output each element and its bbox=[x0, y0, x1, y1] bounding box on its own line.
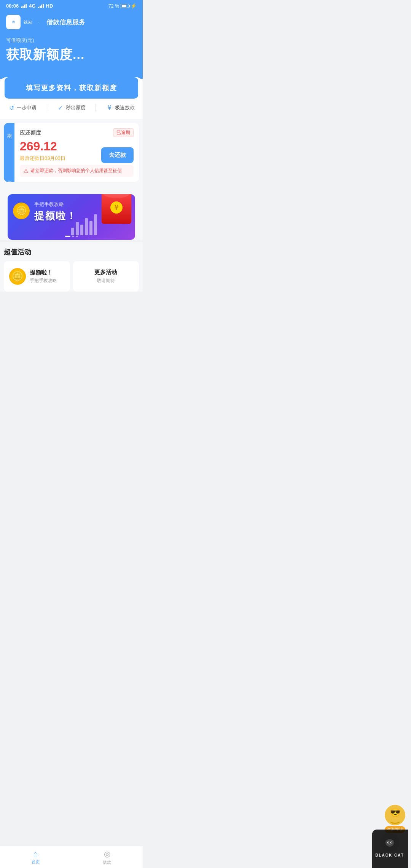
bar-chart-4 bbox=[85, 218, 88, 235]
banner-subtitle: 手把手教攻略 bbox=[34, 201, 77, 208]
banner-coin: 🪙 bbox=[13, 203, 30, 219]
side-label-bottom: 信 bbox=[6, 177, 12, 177]
logo-text: 钱站 bbox=[24, 19, 33, 25]
divider2 bbox=[96, 104, 96, 112]
battery-fill bbox=[122, 5, 126, 7]
app-name: 钱站 bbox=[24, 19, 33, 25]
service-label: 借款信息服务 bbox=[46, 18, 85, 27]
warning-row: ⚠ 请立即还款，否则影响您的个人信用甚至征信 bbox=[20, 165, 134, 177]
banner-title: 提额啦！ bbox=[34, 209, 77, 223]
banner[interactable]: 🪙 手把手教攻略 提额啦！ ¥ bbox=[8, 194, 135, 240]
loan-card-main: 应还额度 已逾期 269.12 最后还款日03月03日 去还款 ⚠ 请立即还款，… bbox=[14, 123, 139, 182]
yuan-icon: ¥ bbox=[106, 104, 113, 111]
feature-fast-label: 极速放款 bbox=[115, 104, 135, 111]
check-icon: ✓ bbox=[57, 104, 64, 111]
activity-more-title: 更多活动 bbox=[94, 269, 117, 276]
dot-3 bbox=[76, 236, 78, 237]
battery-icon bbox=[121, 4, 129, 8]
header: ◎ 钱站 · 借款信息服务 可借额度(元) 获取新额度... bbox=[0, 11, 143, 79]
loan-card-wrapper: 期 信 应还额度 已逾期 269.12 最后还款日03月03日 去还款 ⚠ 请立… bbox=[4, 123, 139, 182]
warning-text: 请立即还款，否则影响您的个人信用甚至征信 bbox=[30, 168, 122, 174]
activity-section: 超值活动 🪙 提额啦！ 手把手教攻略 更多活动 敬请期待 bbox=[0, 242, 143, 292]
main-card: 填写更多资料，获取新额度 ↺ 一步申请 ✓ 秒出额度 ¥ 极速放款 bbox=[0, 77, 143, 119]
loan-section: 期 信 应还额度 已逾期 269.12 最后还款日03月03日 去还款 ⚠ 请立… bbox=[0, 119, 143, 186]
amount-value: 获取新额度... bbox=[6, 46, 137, 64]
network-type: 4G bbox=[29, 3, 35, 9]
bar-chart-3 bbox=[80, 225, 83, 235]
hd-label: HD bbox=[46, 3, 53, 9]
bottom-nav: ⌂ 首页 ◎ 借款 bbox=[0, 846, 143, 868]
bar1 bbox=[21, 6, 22, 8]
sbar1 bbox=[38, 7, 39, 8]
nav-loan-label: 借款 bbox=[103, 860, 111, 865]
activity-more-sub: 敬请期待 bbox=[97, 278, 115, 284]
status-left: 08:06 4G HD bbox=[6, 3, 53, 9]
divider1 bbox=[47, 104, 47, 112]
warning-icon: ⚠ bbox=[24, 168, 29, 174]
battery-percent: 72 bbox=[108, 3, 113, 9]
sbar4 bbox=[43, 4, 44, 8]
loan-card-side: 期 信 bbox=[4, 123, 14, 182]
activity-more[interactable]: 更多活动 敬请期待 bbox=[73, 261, 139, 292]
refresh-icon: ↺ bbox=[8, 104, 15, 111]
home-icon: ⌂ bbox=[33, 849, 38, 858]
signal-bars2 bbox=[38, 4, 44, 8]
loan-card-header: 应还额度 已逾期 bbox=[20, 128, 134, 137]
activity-item-0[interactable]: 🪙 提额啦！ 手把手教攻略 bbox=[4, 261, 70, 292]
bar-chart-6 bbox=[94, 214, 97, 235]
nav-loan[interactable]: ◎ 借款 bbox=[72, 846, 143, 868]
feature-one-step: ↺ 一步申请 bbox=[8, 104, 37, 112]
banner-container: 🪙 手把手教攻略 提额啦！ ¥ bbox=[0, 186, 143, 240]
battery-unit: % bbox=[115, 3, 119, 9]
logo-row: ◎ 钱站 · 借款信息服务 bbox=[6, 15, 137, 29]
nav-home-label: 首页 bbox=[32, 859, 40, 865]
activity-sub-0: 手把手教攻略 bbox=[30, 278, 57, 284]
feature-fast: ¥ 极速放款 bbox=[106, 104, 135, 112]
repay-button[interactable]: 去还款 bbox=[101, 147, 134, 163]
activity-grid: 🪙 提额啦！ 手把手教攻略 更多活动 敬请期待 bbox=[4, 261, 139, 292]
sbar3 bbox=[41, 5, 42, 8]
banner-envelope: ¥ bbox=[102, 194, 132, 225]
dot-2 bbox=[72, 236, 74, 237]
feature-row: ↺ 一步申请 ✓ 秒出额度 ¥ 极速放款 bbox=[0, 99, 143, 115]
sbar2 bbox=[40, 6, 41, 8]
bar-chart-5 bbox=[89, 221, 92, 235]
divider-logo: · bbox=[38, 19, 40, 26]
banner-text: 手把手教攻略 提额啦！ bbox=[34, 201, 77, 223]
envelope-yuan: ¥ bbox=[110, 201, 123, 214]
charging-icon: ⚡ bbox=[131, 3, 137, 9]
signal-bars bbox=[21, 4, 27, 8]
bar2 bbox=[22, 6, 24, 8]
bar3 bbox=[24, 5, 25, 8]
loan-icon: ◎ bbox=[104, 849, 110, 858]
dot-1 bbox=[65, 236, 70, 237]
feature-instant: ✓ 秒出额度 bbox=[57, 104, 86, 112]
status-bar: 08:06 4G HD 72 % ⚡ bbox=[0, 0, 143, 11]
bottom-spacer bbox=[0, 292, 143, 318]
overdue-badge: 已逾期 bbox=[113, 128, 134, 137]
app-logo: ◎ bbox=[6, 15, 21, 29]
nav-home[interactable]: ⌂ 首页 bbox=[0, 846, 72, 868]
banner-dots bbox=[65, 236, 78, 237]
cta-button[interactable]: 填写更多资料，获取新额度 bbox=[5, 77, 138, 99]
amount-label-card: 应还额度 bbox=[20, 129, 41, 136]
banner-chart bbox=[71, 214, 97, 235]
status-right: 72 % ⚡ bbox=[108, 3, 137, 9]
bar4 bbox=[25, 4, 27, 8]
time-display: 08:06 bbox=[6, 3, 19, 9]
side-label-top: 期 bbox=[6, 128, 13, 133]
activity-coin-icon: 🪙 bbox=[9, 268, 26, 285]
activity-title: 超值活动 bbox=[4, 247, 139, 257]
bar-chart-2 bbox=[76, 222, 79, 235]
bar-chart-1 bbox=[71, 228, 74, 235]
feature-one-step-label: 一步申请 bbox=[17, 104, 37, 111]
activity-text-0: 提额啦！ 手把手教攻略 bbox=[30, 269, 57, 284]
red-envelope: ¥ bbox=[102, 194, 131, 224]
amount-label: 可借额度(元) bbox=[6, 37, 137, 44]
feature-instant-label: 秒出额度 bbox=[66, 104, 86, 111]
activity-name-0: 提额啦！ bbox=[30, 269, 57, 276]
